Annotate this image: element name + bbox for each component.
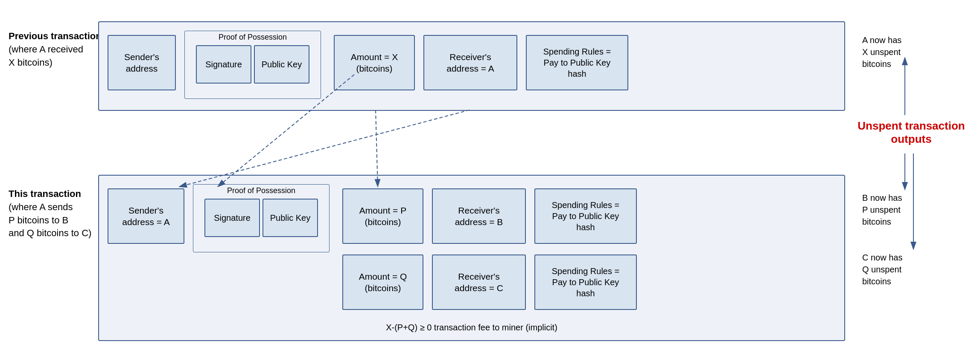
this-receiver-b: Receiver's address = B [432, 188, 526, 244]
this-amount-p: Amount = P (bitcoins) [342, 188, 423, 244]
prev-amount: Amount = X (bitcoins) [334, 35, 415, 90]
this-spending-c: Spending Rules = Pay to Public Key hash [534, 254, 637, 310]
this-tx-subtitle: (where A sendsP bitcoins to Band Q bitco… [9, 202, 91, 239]
this-proof-title: Proof of Possession [227, 185, 295, 197]
this-tx-label: This transaction (where A sendsP bitcoin… [9, 188, 91, 240]
this-spending-b: Spending Rules = Pay to Public Key hash [534, 188, 637, 244]
prev-receiver-address: Receiver's address = A [423, 35, 517, 90]
prev-tx-title: Previous transaction [9, 31, 102, 41]
this-receiver-c: Receiver's address = C [432, 254, 526, 310]
prev-transaction-block: Sender's address Proof of Possession Sig… [98, 21, 845, 111]
this-sender-address: Sender's address = A [108, 188, 184, 244]
this-public-key: Public Key [262, 199, 318, 237]
this-amount-q: Amount = Q (bitcoins) [342, 254, 423, 310]
prev-spending-rules: Spending Rules = Pay to Public Key hash [526, 35, 628, 90]
a-right-text: A now has X unspent bitcoins [862, 34, 901, 70]
prev-tx-label: Previous transaction (where A receivedX … [9, 30, 102, 69]
this-tx-title: This transaction [9, 188, 81, 199]
fee-text: X-(P+Q) ≥ 0 transaction fee to miner (im… [99, 323, 844, 333]
this-proof-container: Proof of Possession Signature Public Key [193, 184, 330, 252]
this-transaction-block: Sender's address = A Proof of Possession… [98, 175, 845, 341]
prev-public-key: Public Key [254, 45, 309, 84]
prev-signature: Signature [196, 45, 251, 84]
prev-proof-title: Proof of Possession [219, 31, 287, 43]
prev-sender-address: Sender's address [108, 35, 176, 90]
prev-proof-container: Proof of Possession Signature Public Key [184, 31, 321, 99]
c-right-text: C now has Q unspent bitcoins [862, 252, 903, 287]
b-right-text: B now has P unspent bitcoins [862, 192, 902, 228]
this-signature: Signature [204, 199, 260, 237]
prev-tx-subtitle: (where A receivedX bitcoins) [9, 44, 83, 68]
utxo-label: Unspent transactionoutputs [854, 119, 969, 146]
